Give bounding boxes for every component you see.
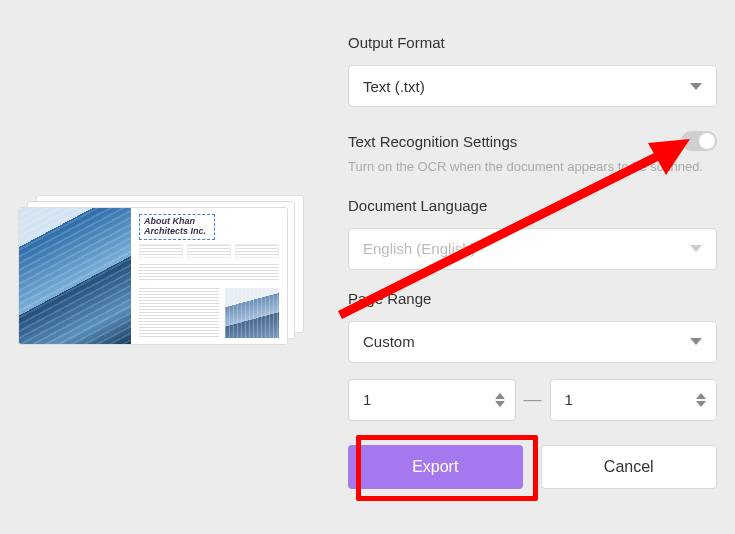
page-stack-1: About Khan Architects Inc. — [18, 207, 288, 345]
document-preview: About Khan Architects Inc. — [18, 195, 308, 345]
preview-building-photo-left — [19, 208, 131, 344]
cancel-button-label: Cancel — [604, 458, 654, 476]
stepper-down-icon[interactable] — [495, 401, 505, 407]
chevron-down-icon — [690, 245, 702, 252]
preview-paragraph — [139, 264, 279, 282]
stepper-up-icon[interactable] — [495, 393, 505, 399]
document-language-select: English (English) — [348, 228, 717, 270]
range-separator: — — [524, 389, 542, 410]
preview-title-line2: Architects Inc. — [144, 226, 206, 236]
preview-text-column — [139, 288, 219, 338]
output-format-label: Output Format — [348, 34, 717, 51]
export-button-label: Export — [412, 458, 458, 476]
chevron-down-icon — [690, 338, 702, 345]
page-to-input[interactable]: 1 — [550, 379, 718, 421]
export-button[interactable]: Export — [348, 445, 523, 489]
stepper-up-icon[interactable] — [696, 393, 706, 399]
preview-title-line1: About Khan — [144, 216, 195, 226]
preview-info-cell — [187, 244, 231, 258]
stepper-down-icon[interactable] — [696, 401, 706, 407]
cancel-button[interactable]: Cancel — [541, 445, 718, 489]
page-range-mode-value: Custom — [363, 333, 415, 350]
page-range-mode-select[interactable]: Custom — [348, 321, 717, 363]
page-from-input[interactable]: 1 — [348, 379, 516, 421]
page-to-value: 1 — [565, 391, 573, 408]
preview-title: About Khan Architects Inc. — [139, 214, 215, 240]
chevron-down-icon — [690, 83, 702, 90]
output-format-select[interactable]: Text (.txt) — [348, 65, 717, 107]
preview-building-photo-small — [225, 288, 279, 338]
ocr-hint: Turn on the OCR when the document appear… — [348, 157, 717, 177]
preview-info-cell — [139, 244, 183, 258]
page-range-label: Page Range — [348, 290, 717, 307]
ocr-toggle[interactable] — [681, 131, 717, 151]
preview-info-cell — [235, 244, 279, 258]
page-from-value: 1 — [363, 391, 371, 408]
document-language-label: Document Language — [348, 197, 717, 214]
ocr-label: Text Recognition Settings — [348, 133, 517, 150]
output-format-value: Text (.txt) — [363, 78, 425, 95]
document-language-value: English (English) — [363, 240, 476, 257]
